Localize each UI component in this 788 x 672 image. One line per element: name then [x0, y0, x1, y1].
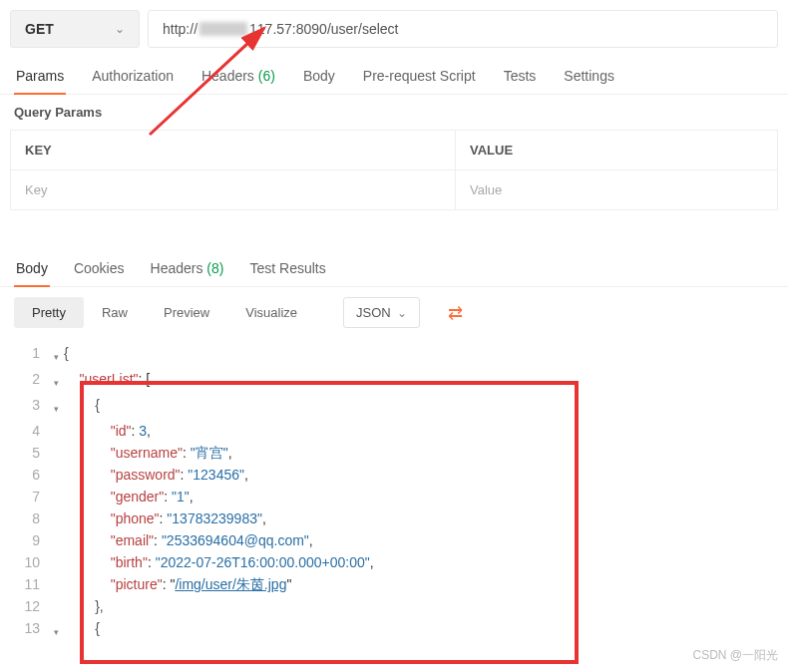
code-line: 9 "email": "2533694604@qq.com",: [14, 529, 774, 551]
fold-icon: [54, 573, 64, 595]
kv-value-header: VALUE: [456, 131, 778, 170]
headers-count: (6): [258, 68, 275, 84]
fold-icon[interactable]: ▾: [54, 394, 64, 420]
tab-tests[interactable]: Tests: [502, 58, 539, 94]
line-content: "picture": "/img/user/朱茵.jpg": [64, 573, 774, 595]
code-line: 2▾ "userList": [: [14, 368, 774, 394]
line-content: "password": "123456",: [64, 464, 774, 486]
url-suffix: 117.57:8090/user/select: [249, 21, 398, 37]
wrap-lines-icon[interactable]: ⇄: [448, 302, 463, 324]
tab-response-body[interactable]: Body: [14, 250, 50, 286]
line-number: 4: [14, 420, 54, 442]
code-line: 11 "picture": "/img/user/朱茵.jpg": [14, 573, 774, 595]
response-body-code[interactable]: 1▾{2▾ "userList": [3▾ {4 "id": 3,5 "user…: [0, 338, 788, 647]
fold-icon: [54, 486, 64, 507]
format-select[interactable]: JSON ⌄: [343, 297, 420, 328]
line-content: "userList": [: [64, 368, 774, 394]
code-line: 10 "birth": "2022-07-26T16:00:00.000+00:…: [14, 551, 774, 573]
code-line: 12 },: [14, 595, 774, 617]
tab-authorization[interactable]: Authorization: [90, 58, 176, 94]
tab-response-cookies[interactable]: Cookies: [72, 250, 127, 286]
chevron-down-icon: ⌄: [397, 306, 407, 320]
fold-icon: [54, 595, 64, 617]
query-params-title: Query Params: [0, 95, 788, 130]
code-line: 3▾ {: [14, 394, 774, 420]
watermark: CSDN @一阳光: [692, 647, 778, 664]
line-number: 10: [14, 551, 54, 573]
line-number: 9: [14, 529, 54, 551]
fold-icon: [54, 529, 64, 551]
url-input[interactable]: http://117.57:8090/user/select: [148, 10, 778, 48]
view-raw-button[interactable]: Raw: [84, 297, 146, 328]
line-content: "gender": "1",: [64, 486, 774, 507]
view-pretty-button[interactable]: Pretty: [14, 297, 84, 328]
tab-params[interactable]: Params: [14, 58, 66, 94]
kv-value-input[interactable]: Value: [456, 170, 778, 210]
line-content: {: [64, 342, 774, 368]
fold-icon[interactable]: ▾: [54, 617, 64, 643]
code-line: 4 "id": 3,: [14, 420, 774, 442]
tab-headers[interactable]: Headers (6): [199, 58, 277, 94]
line-content: "id": 3,: [64, 420, 774, 442]
line-number: 11: [14, 573, 54, 595]
fold-icon[interactable]: ▾: [54, 368, 64, 394]
view-bar: Pretty Raw Preview Visualize JSON ⌄ ⇄: [0, 287, 788, 338]
fold-icon: [54, 420, 64, 442]
line-number: 13: [14, 617, 54, 643]
response-headers-count: (8): [206, 260, 223, 276]
code-line: 6 "password": "123456",: [14, 464, 774, 486]
url-redacted: [199, 22, 247, 36]
line-number: 12: [14, 595, 54, 617]
line-number: 5: [14, 442, 54, 464]
line-number: 8: [14, 507, 54, 529]
query-params-table: KEY VALUE Key Value: [10, 130, 778, 210]
table-row: Key Value: [11, 170, 778, 210]
code-line: 5 "username": "宵宫",: [14, 442, 774, 464]
code-line: 1▾{: [14, 342, 774, 368]
line-content: "phone": "13783239983",: [64, 507, 774, 529]
method-label: GET: [25, 21, 54, 37]
chevron-down-icon: ⌄: [115, 22, 125, 36]
tab-response-headers[interactable]: Headers (8): [149, 250, 226, 286]
view-visualize-button[interactable]: Visualize: [227, 297, 315, 328]
fold-icon: [54, 442, 64, 464]
tab-settings[interactable]: Settings: [562, 58, 616, 94]
line-content: },: [64, 595, 774, 617]
view-preview-button[interactable]: Preview: [146, 297, 227, 328]
response-tabs: Body Cookies Headers (8) Test Results: [0, 210, 788, 287]
fold-icon: [54, 464, 64, 486]
fold-icon: [54, 551, 64, 573]
line-number: 1: [14, 342, 54, 368]
line-number: 2: [14, 368, 54, 394]
kv-key-header: KEY: [11, 131, 456, 170]
code-line: 8 "phone": "13783239983",: [14, 507, 774, 529]
kv-key-input[interactable]: Key: [11, 170, 456, 210]
fold-icon[interactable]: ▾: [54, 342, 64, 368]
url-prefix: http://: [163, 21, 197, 37]
fold-icon: [54, 507, 64, 529]
line-number: 7: [14, 486, 54, 507]
line-content: "email": "2533694604@qq.com",: [64, 529, 774, 551]
tab-prerequest[interactable]: Pre-request Script: [361, 58, 478, 94]
format-label: JSON: [356, 305, 391, 320]
code-line: 7 "gender": "1",: [14, 486, 774, 507]
line-number: 3: [14, 394, 54, 420]
line-number: 6: [14, 464, 54, 486]
line-content: {: [64, 394, 774, 420]
line-content: "username": "宵宫",: [64, 442, 774, 464]
tab-test-results[interactable]: Test Results: [247, 250, 327, 286]
request-bar: GET ⌄ http://117.57:8090/user/select: [0, 0, 788, 58]
line-content: {: [64, 617, 774, 643]
tab-body[interactable]: Body: [301, 58, 337, 94]
method-select[interactable]: GET ⌄: [10, 10, 140, 48]
request-tabs: Params Authorization Headers (6) Body Pr…: [0, 58, 788, 95]
line-content: "birth": "2022-07-26T16:00:00.000+00:00"…: [64, 551, 774, 573]
code-line: 13▾ {: [14, 617, 774, 643]
